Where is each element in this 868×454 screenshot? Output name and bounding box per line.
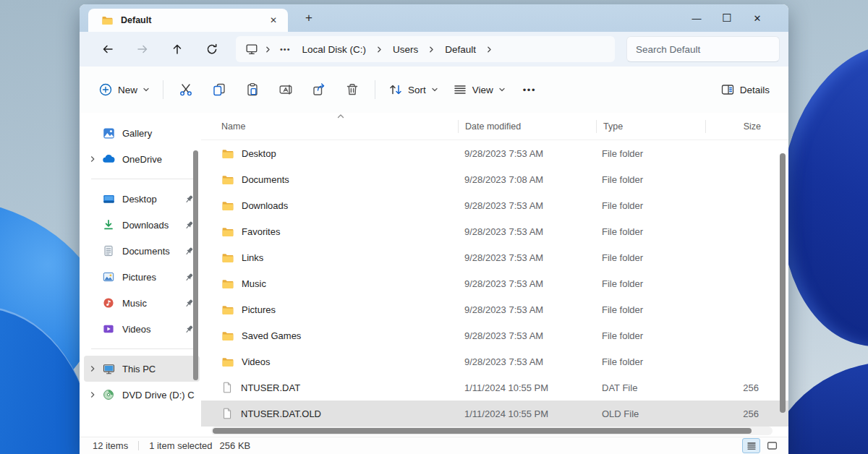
tab-default[interactable]: Default ✕ bbox=[88, 9, 288, 32]
horizontal-scrollbar[interactable] bbox=[211, 427, 773, 435]
column-headers: Name Date modified Type Size bbox=[201, 113, 788, 140]
sidebar-item-downloads[interactable]: Downloads bbox=[84, 212, 200, 238]
toolbar: New Sort bbox=[80, 67, 788, 113]
sidebar-item-desktop[interactable]: Desktop bbox=[84, 186, 200, 212]
folder-icon bbox=[221, 356, 234, 368]
videos-icon bbox=[101, 323, 116, 335]
file-icon bbox=[221, 382, 233, 393]
view-button[interactable]: View bbox=[446, 77, 513, 103]
file-row[interactable]: Documents 9/28/2023 7:08 AM File folder bbox=[201, 166, 788, 192]
refresh-button[interactable] bbox=[197, 36, 227, 62]
file-row[interactable]: Favorites 9/28/2023 7:53 AM File folder bbox=[201, 218, 788, 244]
chevron-down-icon bbox=[498, 86, 506, 93]
file-row[interactable]: Links 9/28/2023 7:53 AM File folder bbox=[201, 244, 788, 270]
window-controls: — ☐ ✕ bbox=[681, 7, 788, 29]
sidebar-item-videos[interactable]: Videos bbox=[84, 316, 200, 342]
thumbnail-view-toggle[interactable] bbox=[763, 438, 781, 453]
tab-close-icon[interactable]: ✕ bbox=[266, 13, 281, 27]
column-header-name[interactable]: Name bbox=[201, 121, 458, 132]
folder-icon bbox=[221, 252, 234, 264]
file-row[interactable]: Downloads 9/28/2023 7:53 AM File folder bbox=[201, 192, 788, 218]
sidebar-item-pictures[interactable]: Pictures bbox=[84, 264, 200, 290]
details-pane-label: Details bbox=[740, 85, 770, 95]
file-row[interactable]: Videos 9/28/2023 7:53 AM File folder bbox=[201, 348, 788, 374]
sort-icon bbox=[388, 82, 403, 97]
sidebar-item-label: Pictures bbox=[122, 272, 182, 283]
sidebar-item-label: Desktop bbox=[122, 194, 182, 205]
sidebar-item-dvd-drive[interactable]: DVD Drive (D:) C bbox=[84, 382, 200, 408]
chevron-right-icon[interactable] bbox=[84, 391, 101, 398]
delete-button[interactable] bbox=[336, 76, 369, 103]
breadcrumb: ••• Local Disk (C:) Users Default bbox=[236, 36, 615, 62]
maximize-button[interactable]: ☐ bbox=[712, 7, 742, 29]
chevron-right-icon[interactable] bbox=[373, 46, 386, 53]
minimize-button[interactable]: — bbox=[681, 7, 712, 29]
share-button[interactable] bbox=[302, 76, 336, 103]
chevron-right-icon[interactable] bbox=[425, 46, 438, 53]
selection-count: 1 item selected bbox=[149, 440, 212, 451]
column-header-size[interactable]: Size bbox=[706, 121, 764, 132]
sidebar-item-music[interactable]: Music bbox=[84, 290, 200, 316]
search-box[interactable] bbox=[626, 36, 780, 62]
sidebar-item-label: This PC bbox=[122, 364, 195, 374]
sidebar-item-label: DVD Drive (D:) C bbox=[122, 390, 195, 401]
vertical-scrollbar-thumb[interactable] bbox=[780, 153, 786, 413]
file-row[interactable]: Pictures 9/28/2023 7:53 AM File folder bbox=[201, 296, 788, 322]
this-pc-icon[interactable] bbox=[243, 43, 260, 56]
horizontal-scrollbar-thumb[interactable] bbox=[213, 428, 752, 434]
sidebar-item-this-pc[interactable]: This PC bbox=[84, 356, 200, 382]
paste-button[interactable] bbox=[236, 76, 269, 103]
chevron-right-icon[interactable] bbox=[84, 365, 101, 372]
breadcrumb-item-default[interactable]: Default bbox=[439, 41, 482, 58]
back-button[interactable] bbox=[93, 36, 123, 62]
sort-button[interactable]: Sort bbox=[381, 77, 446, 103]
up-button[interactable] bbox=[162, 36, 192, 62]
chevron-right-icon[interactable] bbox=[84, 155, 101, 163]
folder-icon bbox=[221, 304, 234, 316]
see-more-button[interactable]: ••• bbox=[513, 85, 546, 95]
view-icon bbox=[453, 82, 467, 97]
music-icon bbox=[101, 297, 116, 309]
sidebar-divider bbox=[91, 348, 194, 349]
vertical-scrollbar[interactable] bbox=[779, 153, 786, 424]
onedrive-cloud-icon bbox=[101, 153, 116, 166]
file-row[interactable]: Saved Games 9/28/2023 7:53 AM File folde… bbox=[201, 322, 788, 348]
sidebar-item-onedrive[interactable]: OneDrive bbox=[84, 146, 200, 172]
chevron-right-icon[interactable] bbox=[483, 46, 495, 53]
folder-icon bbox=[221, 226, 234, 238]
file-explorer-window: Default ✕ + — ☐ ✕ ••• bbox=[80, 4, 788, 454]
new-tab-button[interactable]: + bbox=[298, 8, 320, 28]
file-row[interactable]: Desktop 9/28/2023 7:53 AM File folder bbox=[201, 140, 788, 166]
sidebar-scrollbar[interactable] bbox=[191, 116, 201, 432]
this-pc-icon bbox=[101, 363, 116, 375]
column-header-type[interactable]: Type bbox=[597, 121, 705, 132]
details-pane-button[interactable]: Details bbox=[713, 77, 777, 103]
sidebar-item-documents[interactable]: Documents bbox=[84, 238, 200, 264]
navigation-bar: ••• Local Disk (C:) Users Default bbox=[80, 32, 788, 67]
rename-button[interactable] bbox=[269, 76, 302, 103]
search-input[interactable] bbox=[636, 44, 770, 55]
chevron-right-icon[interactable] bbox=[262, 46, 274, 53]
column-header-date[interactable]: Date modified bbox=[459, 121, 596, 132]
details-view-toggle[interactable] bbox=[742, 438, 760, 453]
new-button-label: New bbox=[118, 85, 137, 95]
file-row[interactable]: NTUSER.DAT 1/11/2024 10:55 PM DAT File 2… bbox=[201, 374, 788, 401]
breadcrumb-item-local-disk[interactable]: Local Disk (C:) bbox=[297, 41, 373, 58]
cut-button[interactable] bbox=[169, 76, 203, 103]
chevron-down-icon bbox=[431, 86, 438, 93]
folder-icon bbox=[221, 278, 234, 290]
toolbar-separator bbox=[375, 80, 375, 99]
selection-size: 256 KB bbox=[220, 440, 251, 451]
close-button[interactable]: ✕ bbox=[742, 7, 773, 29]
copy-button[interactable] bbox=[203, 76, 236, 103]
file-row[interactable]: Music 9/28/2023 7:53 AM File folder bbox=[201, 270, 788, 296]
file-icon bbox=[221, 408, 233, 419]
sidebar-item-gallery[interactable]: Gallery bbox=[84, 120, 200, 146]
breadcrumb-overflow-button[interactable]: ••• bbox=[276, 45, 295, 53]
sidebar: Gallery OneDrive Desktop bbox=[80, 113, 201, 437]
new-button[interactable]: New bbox=[91, 77, 157, 103]
file-row-selected[interactable]: NTUSER.DAT.OLD 1/11/2024 10:55 PM OLD Fi… bbox=[201, 401, 788, 427]
forward-button[interactable] bbox=[127, 36, 158, 62]
breadcrumb-item-users[interactable]: Users bbox=[387, 41, 424, 58]
sidebar-scrollbar-thumb[interactable] bbox=[193, 150, 198, 380]
